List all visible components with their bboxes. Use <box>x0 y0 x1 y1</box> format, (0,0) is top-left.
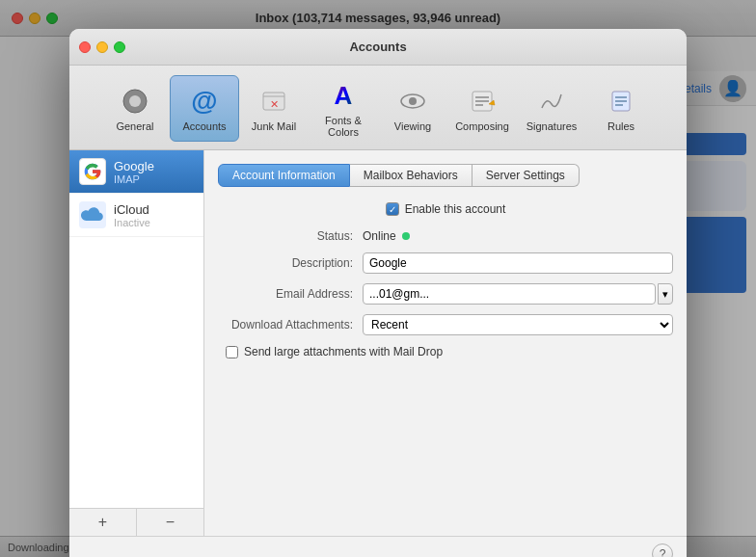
status-row: Status: Online <box>218 229 673 243</box>
tab-account-information[interactable]: Account Information <box>218 164 350 187</box>
icloud-account-type: Inactive <box>114 217 150 228</box>
google-account-info: Google IMAP <box>114 159 154 185</box>
email-label: Email Address: <box>218 287 363 301</box>
toolbar-accounts[interactable]: @ Accounts <box>170 75 239 142</box>
junk-mail-icon: ✕ <box>257 85 290 118</box>
description-control <box>363 252 673 274</box>
toolbar-fonts[interactable]: A Fonts & Colors <box>309 75 378 142</box>
toolbar-rules[interactable]: Rules <box>586 75 656 142</box>
modal-maximize-button[interactable] <box>114 41 125 53</box>
general-icon <box>119 85 151 118</box>
signatures-icon <box>535 85 568 118</box>
accounts-modal: Accounts General @ Accounts ✕ Junk Mail <box>69 29 687 557</box>
download-control: Recent All None <box>363 314 673 335</box>
tab-server-settings[interactable]: Server Settings <box>472 164 580 187</box>
download-attachments-row: Download Attachments: Recent All None <box>218 314 673 335</box>
enable-account-label[interactable]: ✓ Enable this account <box>386 202 506 216</box>
composing-icon <box>466 85 499 118</box>
svg-point-1 <box>129 95 141 107</box>
icloud-account-info: iCloud Inactive <box>114 202 150 228</box>
modal-title-bar: Accounts <box>69 29 687 66</box>
toolbar-junk-label: Junk Mail <box>252 120 296 132</box>
enable-account-text: Enable this account <box>405 202 506 216</box>
modal-title: Accounts <box>349 40 406 54</box>
download-select[interactable]: Recent All None <box>363 314 673 335</box>
help-button[interactable]: ? <box>652 544 673 558</box>
svg-point-6 <box>409 97 417 105</box>
icloud-logo <box>79 201 106 228</box>
download-label: Download Attachments: <box>218 318 363 332</box>
email-input[interactable] <box>363 283 656 305</box>
description-input[interactable] <box>363 252 673 274</box>
segmented-control: Account Information Mailbox Behaviors Se… <box>218 164 673 187</box>
status-label: Status: <box>218 229 363 243</box>
accounts-toolbar: General @ Accounts ✕ Junk Mail A Fonts &… <box>69 66 687 150</box>
description-label: Description: <box>218 256 363 270</box>
enable-account-row: ✓ Enable this account <box>218 202 673 216</box>
large-attach-checkbox[interactable] <box>226 346 238 358</box>
large-attach-label: Send large attachments with Mail Drop <box>244 345 443 358</box>
remove-account-button[interactable]: − <box>137 509 203 536</box>
large-attach-row: Send large attachments with Mail Drop <box>218 345 673 358</box>
toolbar-accounts-label: Accounts <box>182 120 226 132</box>
toolbar-signatures-label: Signatures <box>526 120 578 132</box>
modal-content-panel: Account Information Mailbox Behaviors Se… <box>204 150 687 536</box>
description-row: Description: <box>218 252 673 274</box>
toolbar-general-label: General <box>116 120 153 132</box>
accounts-icon: @ <box>188 85 221 118</box>
email-row: Email Address: ▾ <box>218 283 673 305</box>
icloud-account-name: iCloud <box>114 202 150 217</box>
modal-overlay: Accounts General @ Accounts ✕ Junk Mail <box>0 0 756 557</box>
modal-close-button[interactable] <box>79 41 91 53</box>
email-dropdown-button[interactable]: ▾ <box>658 283 673 305</box>
toolbar-general[interactable]: General <box>100 75 170 142</box>
tab-mailbox-behaviors[interactable]: Mailbox Behaviors <box>350 164 472 187</box>
status-value-row: Online <box>363 229 673 243</box>
toolbar-fonts-label: Fonts & Colors <box>312 115 374 138</box>
google-account-name: Google <box>114 159 154 173</box>
status-value: Online <box>363 229 396 243</box>
add-account-button[interactable]: + <box>69 509 137 536</box>
toolbar-composing-label: Composing <box>455 120 509 132</box>
account-item-icloud[interactable]: iCloud Inactive <box>69 194 203 237</box>
email-control: ▾ <box>363 283 673 305</box>
toolbar-viewing-label: Viewing <box>394 120 431 132</box>
account-list-controls: + − <box>69 508 203 536</box>
toolbar-junk[interactable]: ✕ Junk Mail <box>239 75 309 142</box>
modal-body: Google IMAP iCloud Inactive <box>69 150 687 536</box>
viewing-icon <box>396 85 429 118</box>
modal-minimize-button[interactable] <box>96 41 108 53</box>
fonts-icon: A <box>327 79 360 112</box>
account-list: Google IMAP iCloud Inactive <box>69 150 204 536</box>
google-logo <box>79 158 106 185</box>
modal-footer: ? <box>69 536 687 557</box>
modal-traffic-lights <box>79 41 125 53</box>
rules-icon <box>605 85 637 118</box>
account-list-items: Google IMAP iCloud Inactive <box>69 150 203 508</box>
toolbar-viewing[interactable]: Viewing <box>378 75 447 142</box>
toolbar-signatures[interactable]: Signatures <box>517 75 586 142</box>
enable-account-checkbox[interactable]: ✓ <box>386 202 399 216</box>
account-item-google[interactable]: Google IMAP <box>69 150 203 194</box>
status-online-dot <box>402 232 410 240</box>
toolbar-rules-label: Rules <box>608 120 634 132</box>
toolbar-composing[interactable]: Composing <box>447 75 517 142</box>
google-account-type: IMAP <box>114 173 154 185</box>
svg-text:✕: ✕ <box>270 98 279 110</box>
